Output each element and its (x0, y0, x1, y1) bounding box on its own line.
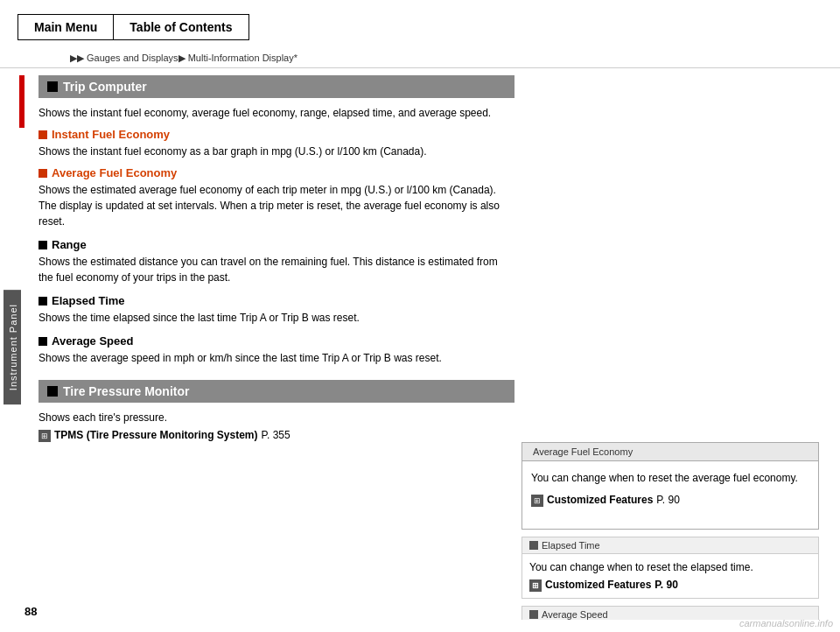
right-elapsed-time-ref-page: P. 90 (654, 577, 677, 593)
avg-fuel-icon (38, 169, 47, 178)
avg-speed-title: Average Speed (52, 334, 133, 348)
sidebar-label: Instrument Panel (4, 290, 21, 404)
instant-fuel-icon (38, 130, 47, 139)
instant-fuel-title: Instant Fuel Economy (52, 128, 170, 141)
tire-pressure-header: Tire Pressure Monitor (38, 380, 514, 403)
right-avg-fuel-panel: Average Fuel Economy You can change when… (522, 442, 819, 530)
right-column: Average Fuel Economy You can change when… (522, 442, 819, 620)
tire-pressure-ref-label: TPMS (Tire Pressure Monitoring System) (54, 429, 258, 441)
range-icon (38, 241, 47, 249)
right-elapsed-time-panel: Elapsed Time You can change when to rese… (522, 537, 819, 599)
right-elapsed-time-ref-icon: ⊞ (529, 579, 542, 592)
page-number: 88 (24, 605, 37, 618)
tire-pressure-icon (47, 386, 58, 397)
elapsed-time-title: Elapsed Time (52, 294, 125, 307)
range-title: Range (52, 238, 87, 251)
right-avg-fuel-ref-page: P. 90 (656, 492, 679, 509)
range-body: Shows the estimated distance you can tra… (38, 254, 514, 285)
header: Main Menu Table of Contents (0, 0, 840, 49)
range-header: Range (38, 238, 514, 251)
tire-pressure-body: Shows each tire's pressure. (38, 410, 514, 425)
right-elapsed-time-body: You can change when to reset the elapsed… (522, 554, 818, 598)
trip-computer-header: Trip Computer (38, 75, 514, 98)
right-elapsed-time-icon (529, 541, 538, 550)
right-avg-fuel-ref-icon: ⊞ (531, 495, 543, 507)
content-area: Trip Computer Shows the instant fuel eco… (24, 75, 840, 620)
trip-computer-title: Trip Computer (63, 80, 147, 94)
right-avg-fuel-ref-label: Customized Features (547, 492, 653, 509)
instant-fuel-header: Instant Fuel Economy (38, 128, 514, 141)
tire-pressure-ref-icon: ⊞ (38, 430, 51, 442)
sidebar: Instrument Panel (0, 75, 24, 620)
main-layout: Instrument Panel Trip Computer Shows the… (0, 75, 840, 620)
right-avg-fuel-title: Average Fuel Economy (522, 443, 818, 461)
avg-fuel-header: Average Fuel Economy (38, 166, 514, 179)
right-elapsed-time-title: Elapsed Time (522, 537, 818, 554)
elapsed-time-body: Shows the time elapsed since the last ti… (38, 310, 514, 326)
right-avg-fuel-ref: ⊞ Customized Features P. 90 (531, 492, 809, 509)
sidebar-red-bar (19, 75, 24, 128)
elapsed-time-header: Elapsed Time (38, 294, 514, 307)
right-elapsed-time-ref: ⊞ Customized Features P. 90 (529, 577, 811, 593)
right-elapsed-time-ref-label: Customized Features (545, 577, 651, 593)
trip-computer-icon (47, 81, 58, 92)
trip-computer-intro: Shows the instant fuel economy, average … (38, 105, 514, 121)
right-avg-speed-icon (529, 610, 538, 619)
avg-speed-header: Average Speed (38, 334, 514, 348)
main-menu-button[interactable]: Main Menu (18, 14, 113, 40)
elapsed-time-icon (38, 297, 47, 305)
tire-pressure-title: Tire Pressure Monitor (63, 384, 189, 398)
toc-button[interactable]: Table of Contents (113, 14, 248, 40)
avg-fuel-body: Shows the estimated average fuel economy… (38, 182, 514, 229)
instant-fuel-body: Shows the instant fuel economy as a bar … (38, 144, 514, 159)
avg-fuel-title: Average Fuel Economy (52, 166, 177, 179)
watermark: carmanualsonline.info (739, 618, 833, 628)
right-avg-fuel-body: You can change when to reset the average… (522, 461, 818, 517)
left-column: Trip Computer Shows the instant fuel eco… (38, 75, 528, 442)
avg-speed-body: Shows the average speed in mph or km/h s… (38, 350, 514, 366)
tire-pressure-ref-page: P. 355 (262, 429, 290, 441)
avg-speed-icon (38, 337, 47, 346)
breadcrumb: ▶▶ Gauges and Displays▶ Multi-Informatio… (0, 49, 840, 68)
tire-pressure-ref: ⊞ TPMS (Tire Pressure Monitoring System)… (38, 429, 514, 442)
